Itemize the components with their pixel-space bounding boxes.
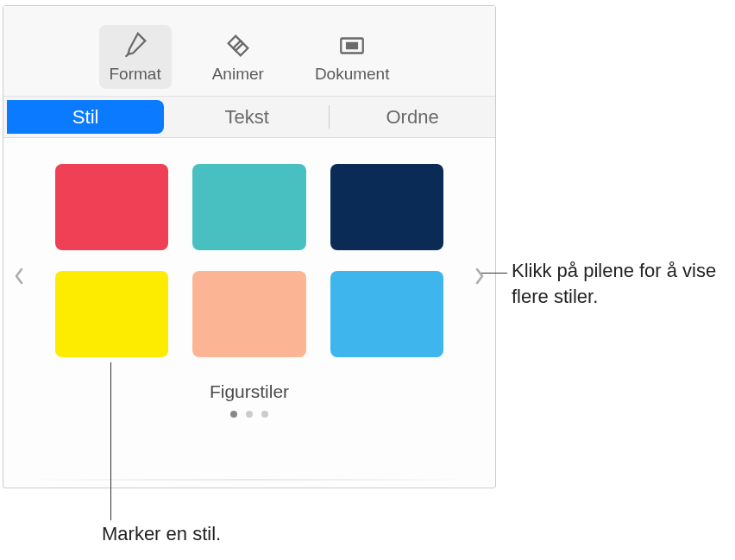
paintbrush-icon bbox=[120, 30, 151, 61]
style-swatch[interactable] bbox=[55, 164, 168, 250]
style-swatch[interactable] bbox=[330, 164, 443, 250]
tab-format-label: Format bbox=[110, 65, 161, 84]
subtab-text-label: Tekst bbox=[225, 106, 269, 129]
style-swatch[interactable] bbox=[330, 271, 443, 357]
subtab-style-label: Stil bbox=[72, 106, 99, 129]
style-swatch[interactable] bbox=[192, 164, 305, 250]
scrollbar-hint bbox=[21, 479, 478, 481]
style-swatch[interactable] bbox=[192, 271, 305, 357]
tab-document-label: Dokument bbox=[315, 65, 390, 84]
page-dot[interactable] bbox=[261, 411, 268, 418]
callout-leader-line bbox=[110, 362, 111, 520]
document-icon bbox=[336, 30, 368, 61]
style-swatch-grid bbox=[21, 164, 478, 357]
styles-section-title: Figurstiler bbox=[21, 381, 478, 402]
tab-animate-label: Animer bbox=[212, 65, 264, 84]
inspector-panel: Format Animer Dokument Stil bbox=[3, 5, 496, 488]
tab-format[interactable]: Format bbox=[99, 25, 172, 89]
subtab-text[interactable]: Tekst bbox=[164, 97, 330, 137]
subtab-arrange[interactable]: Ordne bbox=[330, 97, 495, 137]
styles-area: Figurstiler bbox=[3, 138, 495, 426]
callout-select-style: Marker en stil. bbox=[102, 523, 221, 545]
tab-document[interactable]: Dokument bbox=[305, 25, 400, 89]
next-styles-arrow[interactable] bbox=[471, 263, 488, 289]
subtab-arrange-label: Ordne bbox=[386, 106, 438, 129]
diamond-stack-icon bbox=[223, 30, 254, 61]
top-tab-bar: Format Animer Dokument bbox=[3, 6, 495, 97]
subtab-style[interactable]: Stil bbox=[7, 100, 164, 134]
svg-rect-1 bbox=[346, 42, 358, 50]
sub-tab-bar: Stil Tekst Ordne bbox=[3, 97, 495, 138]
prev-styles-arrow[interactable] bbox=[10, 263, 28, 289]
tab-animate[interactable]: Animer bbox=[202, 25, 274, 89]
style-swatch[interactable] bbox=[55, 271, 168, 357]
page-dot[interactable] bbox=[230, 411, 237, 418]
callout-leader-line bbox=[481, 273, 507, 274]
style-page-indicator bbox=[21, 411, 478, 418]
callout-arrows: Klikk på pilene for å vise flere stiler. bbox=[512, 258, 727, 309]
page-dot[interactable] bbox=[246, 411, 253, 418]
